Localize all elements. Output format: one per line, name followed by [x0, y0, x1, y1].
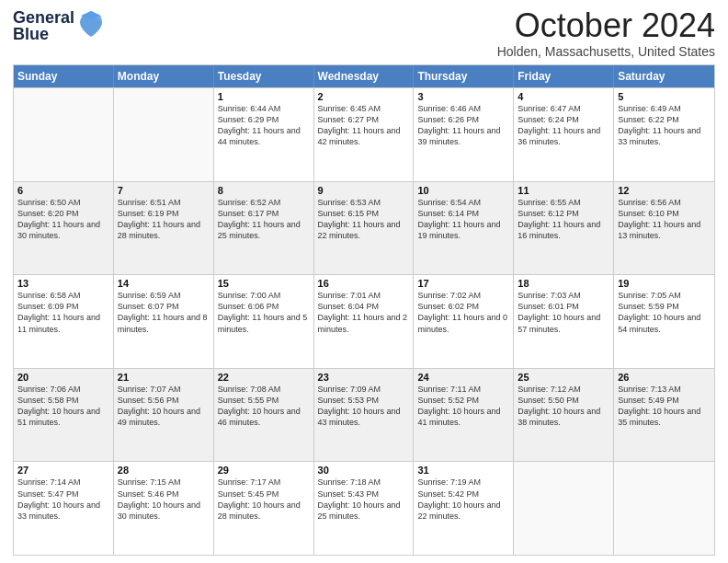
- day-info: Sunrise: 6:56 AM Sunset: 6:10 PM Dayligh…: [618, 197, 711, 242]
- day-number: 12: [618, 185, 711, 196]
- calendar-row-4: 20Sunrise: 7:06 AM Sunset: 5:58 PM Dayli…: [14, 368, 714, 462]
- calendar-header: SundayMondayTuesdayWednesdayThursdayFrid…: [14, 65, 714, 87]
- header-day-monday: Monday: [114, 65, 214, 87]
- calendar-cell: [514, 462, 614, 555]
- logo-bird-icon: [78, 9, 104, 39]
- day-info: Sunrise: 6:47 AM Sunset: 6:24 PM Dayligh…: [518, 103, 609, 148]
- calendar-cell: 18Sunrise: 7:03 AM Sunset: 6:01 PM Dayli…: [514, 275, 614, 368]
- day-info: Sunrise: 7:13 AM Sunset: 5:49 PM Dayligh…: [618, 384, 711, 429]
- day-number: 6: [17, 185, 109, 196]
- calendar-cell: 25Sunrise: 7:12 AM Sunset: 5:50 PM Dayli…: [514, 369, 614, 462]
- calendar-cell: 26Sunrise: 7:13 AM Sunset: 5:49 PM Dayli…: [614, 369, 714, 462]
- calendar-row-3: 13Sunrise: 6:58 AM Sunset: 6:09 PM Dayli…: [14, 274, 714, 368]
- header-day-thursday: Thursday: [414, 65, 514, 87]
- calendar-cell: [114, 88, 214, 181]
- day-info: Sunrise: 6:51 AM Sunset: 6:19 PM Dayligh…: [118, 197, 210, 242]
- day-number: 8: [218, 185, 310, 196]
- day-number: 5: [618, 91, 711, 102]
- logo: General Blue: [13, 9, 104, 42]
- day-info: Sunrise: 7:19 AM Sunset: 5:42 PM Dayligh…: [417, 477, 509, 522]
- day-number: 31: [417, 465, 509, 476]
- day-info: Sunrise: 7:06 AM Sunset: 5:58 PM Dayligh…: [17, 384, 109, 429]
- calendar-cell: 7Sunrise: 6:51 AM Sunset: 6:19 PM Daylig…: [114, 182, 214, 275]
- calendar-cell: 5Sunrise: 6:49 AM Sunset: 6:22 PM Daylig…: [614, 88, 714, 181]
- day-info: Sunrise: 7:02 AM Sunset: 6:02 PM Dayligh…: [417, 290, 509, 335]
- calendar-cell: 13Sunrise: 6:58 AM Sunset: 6:09 PM Dayli…: [14, 275, 114, 368]
- day-info: Sunrise: 6:44 AM Sunset: 6:29 PM Dayligh…: [218, 103, 310, 148]
- calendar-row-2: 6Sunrise: 6:50 AM Sunset: 6:20 PM Daylig…: [14, 181, 714, 275]
- calendar-cell: 8Sunrise: 6:52 AM Sunset: 6:17 PM Daylig…: [214, 182, 314, 275]
- day-info: Sunrise: 7:01 AM Sunset: 6:04 PM Dayligh…: [318, 290, 410, 335]
- day-info: Sunrise: 6:49 AM Sunset: 6:22 PM Dayligh…: [618, 103, 711, 148]
- header-day-sunday: Sunday: [14, 65, 114, 87]
- day-number: 20: [17, 372, 109, 383]
- calendar-cell: 4Sunrise: 6:47 AM Sunset: 6:24 PM Daylig…: [514, 88, 614, 181]
- calendar-cell: [14, 88, 114, 181]
- day-number: 17: [417, 278, 509, 289]
- title-block: October 2024 Holden, Massachusetts, Unit…: [497, 9, 715, 59]
- calendar-cell: 9Sunrise: 6:53 AM Sunset: 6:15 PM Daylig…: [314, 182, 415, 275]
- header-day-friday: Friday: [514, 65, 614, 87]
- day-number: 13: [17, 278, 109, 289]
- day-number: 2: [318, 91, 410, 102]
- day-info: Sunrise: 7:17 AM Sunset: 5:45 PM Dayligh…: [218, 477, 310, 522]
- day-number: 26: [618, 372, 711, 383]
- day-number: 22: [218, 372, 310, 383]
- calendar-cell: 15Sunrise: 7:00 AM Sunset: 6:06 PM Dayli…: [214, 275, 314, 368]
- day-number: 7: [118, 185, 210, 196]
- day-info: Sunrise: 6:55 AM Sunset: 6:12 PM Dayligh…: [518, 197, 609, 242]
- calendar-cell: 30Sunrise: 7:18 AM Sunset: 5:43 PM Dayli…: [314, 462, 415, 555]
- day-info: Sunrise: 7:11 AM Sunset: 5:52 PM Dayligh…: [417, 384, 509, 429]
- day-info: Sunrise: 6:45 AM Sunset: 6:27 PM Dayligh…: [318, 103, 410, 148]
- day-info: Sunrise: 7:03 AM Sunset: 6:01 PM Dayligh…: [518, 290, 609, 335]
- logo-general: General: [13, 9, 74, 26]
- day-number: 24: [417, 372, 509, 383]
- day-number: 23: [318, 372, 410, 383]
- day-number: 18: [518, 278, 609, 289]
- header-day-tuesday: Tuesday: [214, 65, 314, 87]
- day-info: Sunrise: 7:15 AM Sunset: 5:46 PM Dayligh…: [118, 477, 210, 522]
- calendar-cell: 17Sunrise: 7:02 AM Sunset: 6:02 PM Dayli…: [414, 275, 514, 368]
- day-number: 27: [17, 465, 109, 476]
- calendar-cell: 3Sunrise: 6:46 AM Sunset: 6:26 PM Daylig…: [414, 88, 514, 181]
- calendar-cell: 12Sunrise: 6:56 AM Sunset: 6:10 PM Dayli…: [614, 182, 714, 275]
- calendar-cell: 31Sunrise: 7:19 AM Sunset: 5:42 PM Dayli…: [414, 462, 514, 555]
- calendar-cell: 10Sunrise: 6:54 AM Sunset: 6:14 PM Dayli…: [414, 182, 514, 275]
- calendar-row-1: 1Sunrise: 6:44 AM Sunset: 6:29 PM Daylig…: [14, 87, 714, 181]
- calendar: SundayMondayTuesdayWednesdayThursdayFrid…: [13, 64, 715, 556]
- calendar-cell: 21Sunrise: 7:07 AM Sunset: 5:56 PM Dayli…: [114, 369, 214, 462]
- day-info: Sunrise: 6:59 AM Sunset: 6:07 PM Dayligh…: [118, 290, 210, 335]
- day-number: 21: [118, 372, 210, 383]
- logo-blue: Blue: [13, 26, 74, 42]
- day-number: 19: [618, 278, 711, 289]
- calendar-cell: 29Sunrise: 7:17 AM Sunset: 5:45 PM Dayli…: [214, 462, 314, 555]
- day-number: 3: [417, 91, 509, 102]
- day-number: 14: [118, 278, 210, 289]
- day-info: Sunrise: 6:53 AM Sunset: 6:15 PM Dayligh…: [318, 197, 410, 242]
- calendar-cell: 27Sunrise: 7:14 AM Sunset: 5:47 PM Dayli…: [14, 462, 114, 555]
- day-info: Sunrise: 7:14 AM Sunset: 5:47 PM Dayligh…: [17, 477, 109, 522]
- header-day-wednesday: Wednesday: [314, 65, 415, 87]
- day-info: Sunrise: 6:52 AM Sunset: 6:17 PM Dayligh…: [218, 197, 310, 242]
- calendar-cell: 14Sunrise: 6:59 AM Sunset: 6:07 PM Dayli…: [114, 275, 214, 368]
- calendar-cell: 6Sunrise: 6:50 AM Sunset: 6:20 PM Daylig…: [14, 182, 114, 275]
- month-title: October 2024: [497, 9, 715, 42]
- day-number: 25: [518, 372, 609, 383]
- day-info: Sunrise: 6:54 AM Sunset: 6:14 PM Dayligh…: [417, 197, 509, 242]
- calendar-cell: 22Sunrise: 7:08 AM Sunset: 5:55 PM Dayli…: [214, 369, 314, 462]
- calendar-row-5: 27Sunrise: 7:14 AM Sunset: 5:47 PM Dayli…: [14, 461, 714, 555]
- day-info: Sunrise: 7:07 AM Sunset: 5:56 PM Dayligh…: [118, 384, 210, 429]
- day-number: 28: [118, 465, 210, 476]
- calendar-cell: 2Sunrise: 6:45 AM Sunset: 6:27 PM Daylig…: [314, 88, 415, 181]
- day-info: Sunrise: 6:46 AM Sunset: 6:26 PM Dayligh…: [417, 103, 509, 148]
- day-info: Sunrise: 7:12 AM Sunset: 5:50 PM Dayligh…: [518, 384, 609, 429]
- page: General Blue October 2024 Holden, Massac…: [0, 0, 728, 563]
- location-title: Holden, Massachusetts, United States: [497, 44, 715, 59]
- calendar-body: 1Sunrise: 6:44 AM Sunset: 6:29 PM Daylig…: [14, 87, 714, 555]
- header: General Blue October 2024 Holden, Massac…: [13, 9, 715, 59]
- day-number: 9: [318, 185, 410, 196]
- header-day-saturday: Saturday: [614, 65, 714, 87]
- calendar-cell: 24Sunrise: 7:11 AM Sunset: 5:52 PM Dayli…: [414, 369, 514, 462]
- day-number: 1: [218, 91, 310, 102]
- day-info: Sunrise: 6:58 AM Sunset: 6:09 PM Dayligh…: [17, 290, 109, 335]
